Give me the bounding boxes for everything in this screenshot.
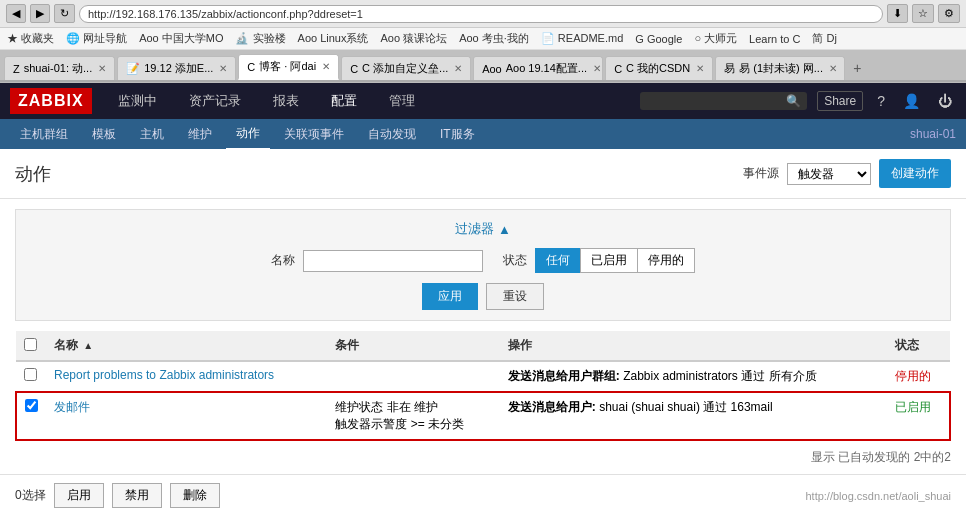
tab-1912[interactable]: 📝 19.12 添加E... ✕ [117,56,236,80]
nav-host[interactable]: 主机 [130,120,174,149]
nav-discovery[interactable]: 自动发现 [358,120,426,149]
reset-filter-button[interactable]: 重设 [486,283,544,310]
disable-button[interactable]: 禁用 [112,483,162,508]
tab-close[interactable]: ✕ [454,63,462,74]
tab-icon: C [247,61,255,73]
nav-reports[interactable]: 报表 [267,84,305,118]
row1-checkbox-cell [16,361,46,392]
row1-conditions [327,361,499,392]
status-enabled-button[interactable]: 已启用 [580,248,637,273]
tabs-bar: Z shuai-01: 动... ✕ 📝 19.12 添加E... ✕ C 博客… [0,50,966,82]
bookmark-forum[interactable]: Aoo 猿课论坛 [377,30,450,47]
bookmark-lab[interactable]: 🔬 实验楼 [232,30,288,47]
filter-toggle-button[interactable]: 过滤器 ▲ [455,220,511,238]
tab-custom[interactable]: C C 添加自定义垒... ✕ [341,56,471,80]
nav-maintenance[interactable]: 维护 [178,120,222,149]
row2-status-badge[interactable]: 已启用 [895,400,931,414]
nav-template[interactable]: 模板 [82,120,126,149]
tab-csdn[interactable]: C C 我的CSDN ✕ [605,56,713,80]
share-button[interactable]: Share [817,91,863,111]
back-button[interactable]: ◀ [6,4,26,23]
nav-hostgroup[interactable]: 主机群组 [10,120,78,149]
bookmark-icon[interactable]: ☆ [912,4,934,23]
row2-operations-bold: 发送消息给用户: [508,400,596,414]
enable-button[interactable]: 启用 [54,483,104,508]
bookmark-nav[interactable]: 🌐 网址导航 [63,30,130,47]
search-icon[interactable]: 🔍 [786,94,801,108]
user-icon[interactable]: 👤 [899,91,924,111]
bookmark-mooc[interactable]: Aoo 中国大学MO [136,30,226,47]
tab-label: C 添加自定义垒... [362,61,448,76]
bookmark-dashi[interactable]: ○ 大师元 [691,30,740,47]
nav-it-services[interactable]: IT服务 [430,120,485,149]
filter-name-row: 名称 [271,250,483,272]
tab-email[interactable]: 易 易 (1封未读) 网... ✕ [715,56,845,80]
row1-status-badge[interactable]: 停用的 [895,369,931,383]
create-action-button[interactable]: 创建动作 [879,159,951,188]
col-name-label: 名称 [54,338,78,352]
select-all-checkbox[interactable] [24,338,37,351]
filter-status-row: 状态 任何 已启用 停用的 [503,248,695,273]
nav-config[interactable]: 配置 [325,84,363,118]
filter-name-input[interactable] [303,250,483,272]
top-nav: ZABBIX 监测中 资产记录 报表 配置 管理 🔍 Share ? 👤 ⏻ [0,83,966,119]
delete-button[interactable]: 删除 [170,483,220,508]
top-nav-right: 🔍 Share ? 👤 ⏻ [640,91,956,111]
status-any-button[interactable]: 任何 [535,248,580,273]
download-icon[interactable]: ⬇ [887,4,908,23]
nav-assets[interactable]: 资产记录 [183,84,247,118]
col-conditions-header: 条件 [327,331,499,361]
bookmark-dj[interactable]: 简 Dj [809,30,839,47]
search-box[interactable]: 🔍 [640,92,807,110]
row2-status: 已启用 [887,392,950,440]
row2-operations-text: shuai (shuai shuai) 通过 163mail [599,400,772,414]
bookmark-readme[interactable]: 📄 README.md [538,31,626,46]
bookmark-favorites[interactable]: ★ 收藏夹 [4,30,57,47]
browser-toolbar: ◀ ▶ ↻ http://192.168.176.135/zabbix/acti… [0,0,966,28]
actions-table: 名称 ▲ 条件 操作 状态 Report problems [15,331,951,441]
row2-name: 发邮件 [46,392,327,440]
refresh-button[interactable]: ↻ [54,4,75,23]
forward-button[interactable]: ▶ [30,4,50,23]
page-footer: 0选择 启用 禁用 删除 http://blog.csdn.net/aoli_s… [0,474,966,514]
bookmark-kaochong[interactable]: Aoo 考虫·我的 [456,30,532,47]
row2-checkbox[interactable] [25,399,38,412]
tab-close[interactable]: ✕ [98,63,106,74]
apply-filter-button[interactable]: 应用 [422,283,478,310]
new-tab-button[interactable]: + [847,56,867,80]
event-source-select[interactable]: 触发器 [787,163,871,185]
power-icon[interactable]: ⏻ [934,91,956,111]
nav-admin[interactable]: 管理 [383,84,421,118]
search-input[interactable] [646,94,786,108]
col-name-header[interactable]: 名称 ▲ [46,331,327,361]
settings-icon[interactable]: ⚙ [938,4,960,23]
tab-close[interactable]: ✕ [593,63,601,74]
status-disabled-button[interactable]: 停用的 [637,248,695,273]
tab-label: C 我的CSDN [626,61,690,76]
tab-blog[interactable]: C 博客 · 阿dai ✕ [238,54,339,80]
watermark: http://blog.csdn.net/aoli_shuai [805,490,951,502]
filter-body: 名称 状态 任何 已启用 停用的 [26,248,940,273]
nav-action[interactable]: 动作 [226,119,270,150]
row1-name-link[interactable]: Report problems to Zabbix administrators [54,368,274,382]
filter-section: 过滤器 ▲ 名称 状态 任何 已启用 停用的 [15,209,951,321]
bookmark-linux[interactable]: Aoo Linux系统 [295,30,372,47]
tab-close[interactable]: ✕ [696,63,704,74]
table-container: 名称 ▲ 条件 操作 状态 Report problems [15,331,951,441]
url-bar[interactable]: http://192.168.176.135/zabbix/actionconf… [79,5,883,23]
row2-name-link[interactable]: 发邮件 [54,400,90,414]
tab-close[interactable]: ✕ [219,63,227,74]
tab-1914[interactable]: Aoo Aoo 19.14配置... ✕ [473,56,603,80]
bookmark-learnc[interactable]: Learn to C [746,32,803,46]
filter-status-label: 状态 [503,252,527,269]
tab-close[interactable]: ✕ [829,63,837,74]
tab-close[interactable]: ✕ [322,61,330,72]
nav-monitor[interactable]: 监测中 [112,84,163,118]
row1-checkbox[interactable] [24,368,37,381]
help-icon[interactable]: ? [873,91,889,111]
nav-correlation[interactable]: 关联项事件 [274,120,354,149]
filter-toggle-icon: ▲ [498,222,511,237]
bookmark-google[interactable]: G Google [632,32,685,46]
tab-shuai01[interactable]: Z shuai-01: 动... ✕ [4,56,115,80]
filter-toggle-label: 过滤器 [455,220,494,238]
